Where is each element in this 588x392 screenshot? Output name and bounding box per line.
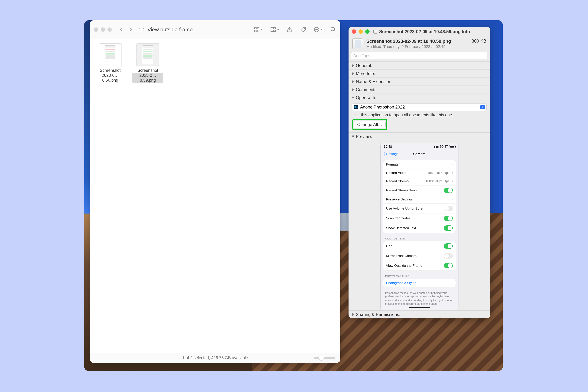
ios-screen-title: Camera xyxy=(413,152,426,156)
toggle-switch[interactable] xyxy=(444,253,453,258)
settings-row[interactable]: Record Stereo Sound xyxy=(383,185,456,195)
battery-percent: 87 xyxy=(445,145,448,148)
section-general[interactable]: General: xyxy=(348,62,490,70)
file-thumbnail-icon xyxy=(136,44,159,66)
chevron-right-icon xyxy=(450,163,453,166)
signal-icon: ▮▮▮ xyxy=(434,145,439,148)
section-name-extension[interactable]: Name & Extension: xyxy=(348,78,490,86)
toggle-switch[interactable] xyxy=(444,206,453,211)
get-info-window[interactable]: Screenshot 2023-02-09 at 10.48.59.png In… xyxy=(348,27,490,318)
group-by-icon[interactable] xyxy=(270,26,280,32)
change-all-button[interactable]: Change All… xyxy=(354,121,386,128)
row-label: Record Stereo Sound xyxy=(386,188,419,192)
tag-icon[interactable] xyxy=(300,26,306,33)
finder-file-grid[interactable]: Screenshot 2023-0…8.56.png Screenshot 20… xyxy=(90,39,340,353)
svg-rect-2 xyxy=(254,30,256,32)
toggle-switch[interactable] xyxy=(444,244,453,249)
svg-point-12 xyxy=(316,29,317,30)
settings-row[interactable]: Formats xyxy=(383,160,456,168)
icon-size-slider[interactable] xyxy=(314,357,335,359)
dropdown-icon[interactable] xyxy=(480,105,485,110)
settings-row[interactable]: Scan QR Codes xyxy=(383,213,456,223)
window-traffic-lights[interactable] xyxy=(94,28,112,32)
row-value: 1080p at 60 fps xyxy=(427,171,449,175)
settings-row[interactable]: Record Slo-mo1080p at 240 fps xyxy=(383,177,456,185)
settings-row[interactable]: Preserve Settings xyxy=(383,195,456,204)
photoshop-icon: Ps xyxy=(354,105,358,110)
settings-row[interactable]: Record Video1080p at 60 fps xyxy=(383,168,456,177)
finder-window[interactable]: 10. View outside frame xyxy=(90,20,340,363)
info-window-title: Screenshot 2023-02-09 at 10.48.59.png In… xyxy=(379,29,470,34)
svg-point-14 xyxy=(331,27,334,31)
ios-time: 10:48 xyxy=(384,145,392,148)
settings-row[interactable]: Use Volume Up for Burst xyxy=(383,204,456,213)
more-actions-icon[interactable] xyxy=(314,26,323,32)
toggle-switch[interactable] xyxy=(444,188,453,193)
svg-line-15 xyxy=(334,30,335,32)
row-label: Mirror Front Camera xyxy=(386,254,417,258)
row-label: View Outside the Frame xyxy=(386,264,422,268)
ios-back-button[interactable]: Settings xyxy=(383,152,398,156)
toggle-switch[interactable] xyxy=(444,216,453,221)
file-icon xyxy=(374,30,378,34)
chevron-right-icon xyxy=(450,198,453,201)
close-icon[interactable] xyxy=(94,28,98,32)
info-file-name: Screenshot 2023-02-09 at 10.48.59.png xyxy=(366,38,467,44)
settings-card: GridMirror Front CameraView Outside the … xyxy=(383,241,456,271)
section-more-info[interactable]: More Info: xyxy=(348,70,490,78)
file-name-line1: Screenshot xyxy=(132,68,164,73)
file-item[interactable]: Screenshot 2023-0…8.56.png xyxy=(94,44,126,83)
forward-icon[interactable] xyxy=(128,26,133,32)
row-label: Formats xyxy=(386,162,398,166)
ios-nav-bar: Settings Camera xyxy=(380,150,458,158)
svg-rect-4 xyxy=(271,28,273,29)
folder-title: 10. View outside frame xyxy=(138,26,193,32)
settings-row[interactable]: View Outside the Frame xyxy=(383,261,456,270)
open-with-note: Use this application to open all documen… xyxy=(352,112,486,118)
battery-icon xyxy=(449,145,455,148)
row-label: Photographic Styles xyxy=(386,281,416,285)
section-sharing-permissions[interactable]: Sharing & Permissions: xyxy=(348,310,490,318)
add-tags-field[interactable]: Add Tags… xyxy=(351,52,488,60)
row-label: Scan QR Codes xyxy=(386,216,410,220)
svg-point-13 xyxy=(317,29,318,30)
row-label: Grid xyxy=(386,244,392,248)
add-tags-placeholder: Add Tags… xyxy=(353,54,374,58)
search-icon[interactable] xyxy=(330,26,336,33)
zoom-icon[interactable] xyxy=(108,28,112,32)
settings-card: FormatsRecord Video1080p at 60 fpsRecord… xyxy=(383,160,456,233)
section-comments[interactable]: Comments: xyxy=(348,86,490,94)
ios-status-bar: 10:48 ▮▮▮ 5G 87 xyxy=(380,143,458,150)
section-preview[interactable]: Preview: xyxy=(348,132,490,140)
section-open-with[interactable]: Open with: xyxy=(348,94,490,102)
row-label: Use Volume Up for Burst xyxy=(386,206,423,210)
close-icon[interactable] xyxy=(352,30,356,34)
svg-rect-1 xyxy=(257,27,259,29)
share-icon[interactable] xyxy=(286,26,293,33)
status-text: 1 of 2 selected, 426.75 GB available xyxy=(182,356,248,360)
minimize-icon[interactable] xyxy=(358,30,363,34)
group-label-photo-capture: PHOTO CAPTURE xyxy=(385,274,454,278)
row-label: Preserve Settings xyxy=(386,198,413,201)
toggle-switch[interactable] xyxy=(444,226,453,231)
svg-rect-0 xyxy=(254,27,256,29)
file-name-line1: Screenshot xyxy=(94,68,126,73)
settings-row[interactable]: Mirror Front Camera xyxy=(383,251,456,261)
file-item[interactable]: Screenshot 2023-0…8.59.png xyxy=(132,44,164,83)
back-icon[interactable] xyxy=(119,26,124,32)
svg-rect-3 xyxy=(257,30,259,32)
settings-row[interactable]: Grid xyxy=(383,241,456,251)
settings-row[interactable]: Show Detected Text xyxy=(383,223,456,233)
svg-point-11 xyxy=(316,29,316,30)
chevron-right-icon xyxy=(450,172,453,174)
toggle-switch[interactable] xyxy=(444,263,453,268)
svg-rect-5 xyxy=(273,28,275,29)
open-with-select[interactable]: Ps Adobe Photoshop 2022 xyxy=(352,103,486,111)
view-mode-icon[interactable] xyxy=(254,26,263,32)
settings-row[interactable]: Photographic Styles xyxy=(383,279,456,287)
svg-rect-7 xyxy=(273,30,275,32)
row-value: 1080p at 240 fps xyxy=(426,180,449,183)
zoom-icon[interactable] xyxy=(365,30,370,34)
minimize-icon[interactable] xyxy=(101,28,105,32)
file-name-line2: 2023-0…8.59.png xyxy=(132,73,164,83)
